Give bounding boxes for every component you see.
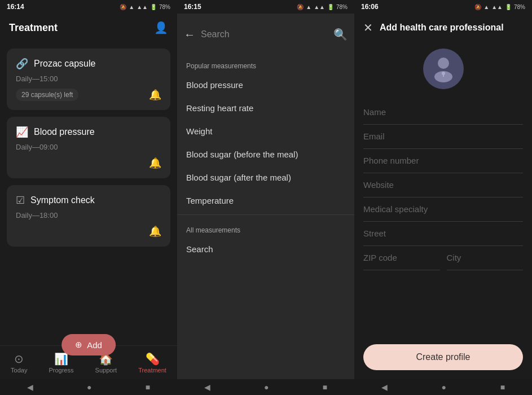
battery-pct-1: 78%: [159, 4, 170, 10]
wifi-icon-2: ▲: [306, 4, 311, 10]
phone-input[interactable]: [363, 156, 523, 165]
name-field[interactable]: [363, 100, 523, 125]
search-input[interactable]: [201, 29, 328, 40]
prozac-schedule: Daily—15:00: [16, 74, 161, 83]
battery-pct-3: 78%: [514, 4, 525, 10]
measurement-temperature[interactable]: Temperature: [177, 189, 354, 212]
status-bar-1: 16:14 🔕 ▲ ▲▲ 🔋 78%: [0, 0, 177, 14]
street-field[interactable]: [363, 222, 523, 246]
status-bar-3: 16:06 🔕 ▲ ▲▲ 🔋 78%: [354, 0, 532, 14]
battery-icon-3: 🔋: [505, 4, 512, 10]
recents-button-3[interactable]: ■: [500, 383, 505, 392]
treatment-title: Treatment: [9, 22, 58, 34]
measurement-weight[interactable]: Weight: [177, 120, 354, 143]
hcp-form-content: [354, 42, 532, 335]
status-time-2: 16:15: [184, 3, 201, 11]
signal-icon-1: ▲▲: [137, 4, 148, 10]
home-button-3[interactable]: ●: [442, 383, 446, 392]
website-field[interactable]: [363, 173, 523, 198]
back-button-3[interactable]: ◀: [381, 383, 388, 392]
measurement-blood-sugar-after[interactable]: Blood sugar (after the meal): [177, 166, 354, 189]
status-bar-2: 16:15 🔕 ▲ ▲▲ 🔋 78%: [177, 0, 354, 14]
symptom-check-title: Symptom check: [30, 195, 95, 205]
hcp-close-button[interactable]: ✕: [363, 21, 373, 34]
android-nav-1: ◀ ● ■: [0, 379, 177, 395]
battery-icon-1: 🔋: [150, 4, 157, 10]
search-back-button[interactable]: ←: [184, 28, 195, 41]
zip-input[interactable]: [363, 253, 440, 262]
hcp-form: [363, 100, 523, 270]
create-profile-button[interactable]: Create profile: [363, 344, 523, 370]
treatment-card-blood-pressure[interactable]: 📈 Blood pressure Daily—09:00 🔔: [7, 117, 170, 178]
specialty-input[interactable]: [363, 204, 523, 214]
search-header: ← 🔍: [177, 14, 354, 55]
measurement-blood-pressure[interactable]: Blood pressure: [177, 73, 354, 96]
add-fab-button[interactable]: ⊕ Add: [61, 334, 116, 356]
all-measurements-label: All measurements: [177, 220, 354, 238]
today-icon: ⊙: [14, 352, 24, 366]
today-label: Today: [11, 367, 27, 374]
city-field[interactable]: [447, 246, 524, 270]
all-measurements-search[interactable]: Search: [177, 238, 354, 261]
treatment-nav-label: Treatment: [138, 367, 166, 374]
mute-icon-3: 🔕: [474, 4, 481, 10]
add-fab-label: Add: [87, 340, 102, 350]
zip-field[interactable]: [363, 246, 440, 270]
nav-today[interactable]: ⊙ Today: [11, 352, 27, 374]
treatment-card-prozac[interactable]: 🔗 Prozac capsule Daily—15:00 29 capsule(…: [7, 49, 170, 110]
battery-icon-2: 🔋: [327, 4, 334, 10]
nav-treatment[interactable]: 💊 Treatment: [138, 352, 166, 374]
street-input[interactable]: [363, 229, 523, 238]
blood-pressure-schedule: Daily—09:00: [16, 143, 161, 151]
check-icon: ☑: [16, 194, 25, 207]
search-input-wrap[interactable]: [201, 29, 328, 40]
status-time-1: 16:14: [7, 3, 24, 11]
hcp-avatar: [423, 49, 464, 89]
signal-icon-3: ▲▲: [491, 4, 503, 10]
search-divider: [177, 214, 354, 215]
status-icons-3: 🔕 ▲ ▲▲ 🔋 78%: [474, 4, 525, 10]
profile-icon[interactable]: 👤: [154, 21, 168, 34]
phone-field[interactable]: [363, 149, 523, 173]
mute-icon-1: 🔕: [120, 4, 126, 10]
chart-icon: 📈: [16, 126, 28, 138]
treatment-icon: 💊: [146, 352, 160, 366]
back-button-1[interactable]: ◀: [27, 383, 33, 392]
recents-button-2[interactable]: ■: [323, 383, 327, 392]
measurement-blood-sugar-before[interactable]: Blood sugar (before the meal): [177, 143, 354, 166]
plus-icon: ⊕: [75, 340, 82, 350]
search-icon[interactable]: 🔍: [333, 28, 348, 41]
blood-pressure-title: Blood pressure: [34, 127, 95, 137]
city-input[interactable]: [447, 253, 524, 262]
progress-label: Progress: [49, 367, 73, 374]
android-nav-3: ◀ ● ■: [354, 379, 532, 395]
svg-point-0: [438, 58, 449, 69]
status-icons-2: 🔕 ▲ ▲▲ 🔋 78%: [297, 4, 348, 10]
prozac-badge: 29 capsule(s) left: [16, 89, 78, 101]
alarm-icon-bp: 🔔: [149, 157, 161, 169]
home-button-1[interactable]: ●: [87, 383, 91, 392]
search-panel: 16:15 🔕 ▲ ▲▲ 🔋 78% ← 🔍 Popular measureme…: [177, 0, 354, 395]
name-input[interactable]: [363, 107, 523, 117]
treatment-card-symptom-check[interactable]: ☑ Symptom check Daily—18:00 🔔: [7, 185, 170, 247]
popular-label: Popular measurements: [177, 55, 354, 73]
all-measurements-section: All measurements Search: [177, 220, 354, 261]
website-input[interactable]: [363, 180, 523, 190]
android-nav-2: ◀ ● ■: [177, 379, 354, 395]
recents-button-1[interactable]: ■: [146, 383, 150, 392]
prozac-title: Prozac capsule: [34, 59, 95, 69]
signal-icon-2: ▲▲: [314, 4, 325, 10]
wifi-icon-3: ▲: [483, 4, 489, 10]
mute-icon-2: 🔕: [297, 4, 304, 10]
alarm-icon-prozac: 🔔: [149, 89, 161, 101]
battery-pct-2: 78%: [336, 4, 348, 10]
back-button-2[interactable]: ◀: [204, 383, 210, 392]
email-input[interactable]: [363, 131, 523, 141]
home-button-2[interactable]: ●: [264, 383, 269, 392]
email-field[interactable]: [363, 125, 523, 149]
specialty-field[interactable]: [363, 198, 523, 222]
measurement-resting-heart-rate[interactable]: Resting heart rate: [177, 96, 354, 120]
zip-city-row: [363, 246, 523, 270]
hcp-title: Add health care professional: [380, 23, 504, 33]
status-time-3: 16:06: [361, 3, 379, 11]
